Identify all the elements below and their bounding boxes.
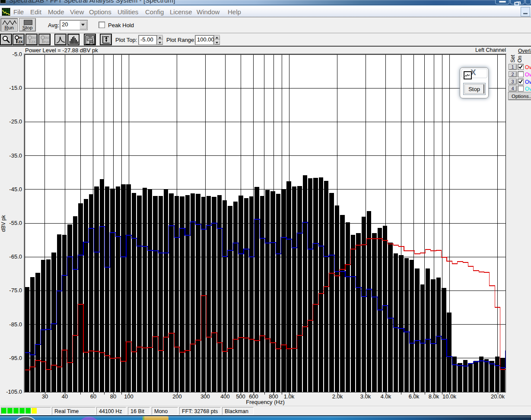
svg-text:OUT: OUT: [32, 36, 37, 39]
svg-text:2X: 2X: [18, 40, 23, 44]
svg-text:IN: IN: [19, 36, 22, 39]
svg-text:OUT: OUT: [45, 36, 50, 39]
svg-text:FULL: FULL: [44, 40, 50, 44]
svg-text:2X: 2X: [31, 40, 36, 44]
